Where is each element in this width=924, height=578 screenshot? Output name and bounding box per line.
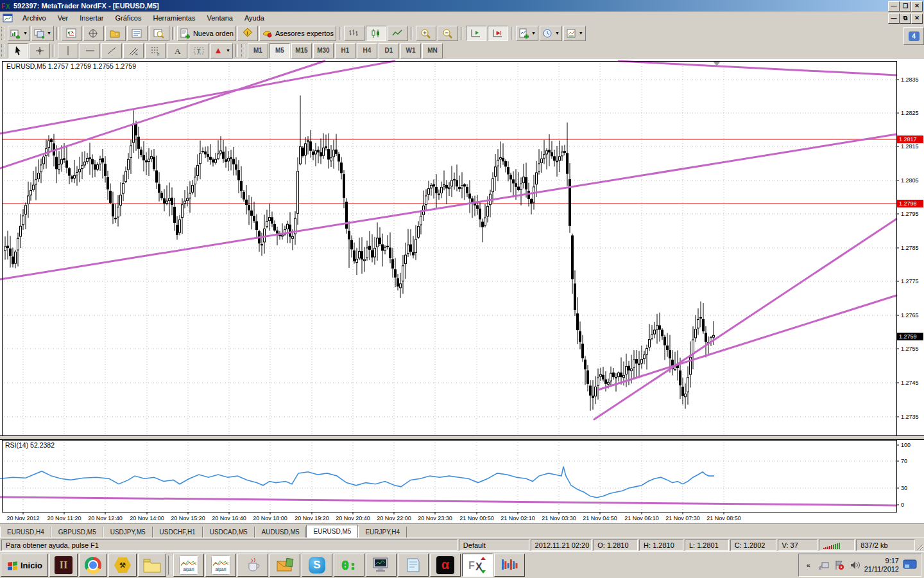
text-button[interactable]: A <box>167 43 187 58</box>
chart-tab-eurusdh4[interactable]: EURUSD,H4 <box>0 527 51 538</box>
timeframe-h4-button[interactable]: H4 <box>357 43 377 58</box>
line-mode-button[interactable] <box>388 26 408 41</box>
chevron-down-icon[interactable]: ▼ <box>579 31 583 35</box>
chart-tab-audusdm5[interactable]: AUDUSD,M5 <box>255 527 307 538</box>
candles-mode-button[interactable] <box>366 26 386 41</box>
zoom-out-button[interactable] <box>438 26 458 41</box>
timeframe-m5-button[interactable]: M5 <box>270 43 290 58</box>
label-button[interactable]: T <box>189 43 209 58</box>
chart-shift-button[interactable] <box>488 26 508 41</box>
tray-clock[interactable]: 9:1721/11/2012 <box>864 557 899 574</box>
menu-archivo[interactable]: Archivo <box>17 12 52 24</box>
indicators-button[interactable]: ▼ <box>516 26 538 41</box>
chart-tab-usdjpym5[interactable]: USDJPY,M5 <box>103 527 153 538</box>
strategy-tester-button[interactable] <box>149 26 169 41</box>
menu-ayuda[interactable]: Ayuda <box>239 12 270 24</box>
child-close-button[interactable]: ✕ <box>911 13 923 24</box>
vline-button[interactable] <box>58 43 78 58</box>
cursor-button[interactable] <box>8 43 28 58</box>
quicklaunch-game[interactable]: ⚒ <box>108 554 137 577</box>
candles-mode-icon <box>370 28 381 39</box>
taskbar-app-alpha[interactable]: α <box>430 554 461 577</box>
child-restore-button[interactable]: ⧉ <box>900 13 911 24</box>
bars-mode-button[interactable] <box>344 26 364 41</box>
menu-ver[interactable]: Ver <box>52 12 74 24</box>
close-button[interactable]: ✕ <box>911 1 923 12</box>
toolbar-grip[interactable] <box>1 44 4 57</box>
taskbar-app-monitor-chart[interactable] <box>366 554 397 577</box>
quicklaunch-folder[interactable] <box>138 554 166 577</box>
menu-herramientas[interactable]: Herramientas <box>147 12 201 24</box>
chart-tab-gbpusdm5[interactable]: GBPUSD,M5 <box>51 527 103 538</box>
autoscroll-button[interactable] <box>466 26 486 41</box>
taskbar-app-java[interactable] <box>237 554 268 577</box>
taskbar-app-alpari[interactable]: alpari <box>173 554 204 577</box>
minimize-button[interactable]: — <box>888 1 900 12</box>
templates-button[interactable]: ▼ <box>563 26 586 41</box>
child-minimize-button[interactable]: — <box>888 13 900 24</box>
toolbar-grip[interactable] <box>1 27 4 40</box>
chevron-down-icon[interactable]: ▼ <box>226 48 230 53</box>
start-button[interactable]: Inicio <box>1 554 48 577</box>
chart-tab-usdchfh1[interactable]: USDCHF,H1 <box>153 527 203 538</box>
chart-canvas[interactable]: 1.28351.28251.28151.28051.27951.27851.27… <box>0 59 924 523</box>
data-window-button[interactable] <box>83 26 104 41</box>
periods-button[interactable]: ▼ <box>540 26 562 41</box>
menu-ventana[interactable]: Ventana <box>201 12 239 24</box>
chart-tab-eurjpyh4[interactable]: EURJPY,H4 <box>358 527 407 538</box>
show-desktop-button[interactable] <box>903 559 917 572</box>
crosshair-button[interactable] <box>30 43 50 58</box>
chart-tab-usdcadm5[interactable]: USDCAD,M5 <box>203 527 255 538</box>
resize-grip[interactable] <box>915 539 924 551</box>
fibo-icon: F <box>150 46 161 56</box>
experts-button[interactable]: Asesores expertos <box>259 26 336 41</box>
chart-window[interactable]: 1.28351.28251.28151.28051.27951.27851.27… <box>0 59 924 523</box>
new-order-button[interactable]: Nueva orden <box>177 26 236 41</box>
title-bar[interactable]: FX 592397: MetaTrader NordFX - [EURUSD,M… <box>0 0 924 12</box>
taskbar-app-equalizer[interactable] <box>494 554 525 577</box>
timeframe-d1-button[interactable]: D1 <box>379 43 399 58</box>
timeframe-w1-button[interactable]: W1 <box>400 43 421 58</box>
taskbar-app-skype[interactable]: S <box>302 554 332 577</box>
quicklaunch-lineage[interactable]: II <box>49 554 78 577</box>
speaker-icon[interactable] <box>849 559 860 571</box>
security-flag-icon[interactable] <box>834 559 845 571</box>
collapse-chevron-icon[interactable]: « <box>803 559 814 571</box>
timeframe-m15-button[interactable]: M15 <box>291 43 312 58</box>
chevron-down-icon[interactable]: ▼ <box>47 31 51 35</box>
taskbar-app-alpari[interactable]: alpari <box>205 554 236 577</box>
warning-button[interactable]: ! <box>237 26 258 41</box>
quicklaunch-chrome[interactable] <box>79 554 107 577</box>
profiles-button[interactable]: ▼ <box>31 26 54 41</box>
hline-button[interactable] <box>80 43 100 58</box>
market-watch-button[interactable] <box>62 26 82 41</box>
chart-window-icon[interactable] <box>3 13 13 23</box>
arrows-button[interactable]: ▼ <box>210 43 233 58</box>
timeframe-m1-button[interactable]: M1 <box>248 43 268 58</box>
trendline-button[interactable] <box>101 43 122 58</box>
zoom-in-button[interactable] <box>416 26 436 41</box>
channel-button[interactable]: E <box>123 43 144 58</box>
navigator-button[interactable] <box>105 26 126 41</box>
status-profile[interactable]: Default <box>459 539 529 551</box>
chevron-down-icon[interactable]: ▼ <box>23 31 28 35</box>
maximize-button[interactable]: ❑ <box>900 1 911 12</box>
notification-bubble-button[interactable]: 4 <box>903 27 924 45</box>
network-icon[interactable] <box>818 559 830 571</box>
taskbar-app-notepad[interactable] <box>398 554 429 577</box>
taskbar-app-zero-clock[interactable]: 0: <box>334 554 364 577</box>
timeframe-mn-button[interactable]: MN <box>422 43 443 58</box>
chart-tab-eurusdm5[interactable]: EURUSD,M5 <box>306 525 358 538</box>
fibo-button[interactable]: F <box>145 43 166 58</box>
menu-grficos[interactable]: Gráficos <box>110 12 148 24</box>
terminal-button[interactable] <box>127 26 148 41</box>
timeframe-h1-button[interactable]: H1 <box>335 43 355 58</box>
taskbar-app-metatrader-fx[interactable]: FX <box>462 554 493 577</box>
taskbar-app-email[interactable] <box>270 554 300 577</box>
timeframe-m30-button[interactable]: M30 <box>313 43 334 58</box>
chevron-down-icon[interactable]: ▼ <box>555 31 560 35</box>
menu-insertar[interactable]: Insertar <box>74 12 109 24</box>
chevron-down-icon[interactable]: ▼ <box>531 31 536 35</box>
new-chart-button[interactable]: ▼ <box>8 26 30 41</box>
toolbar-grip[interactable] <box>241 44 244 57</box>
